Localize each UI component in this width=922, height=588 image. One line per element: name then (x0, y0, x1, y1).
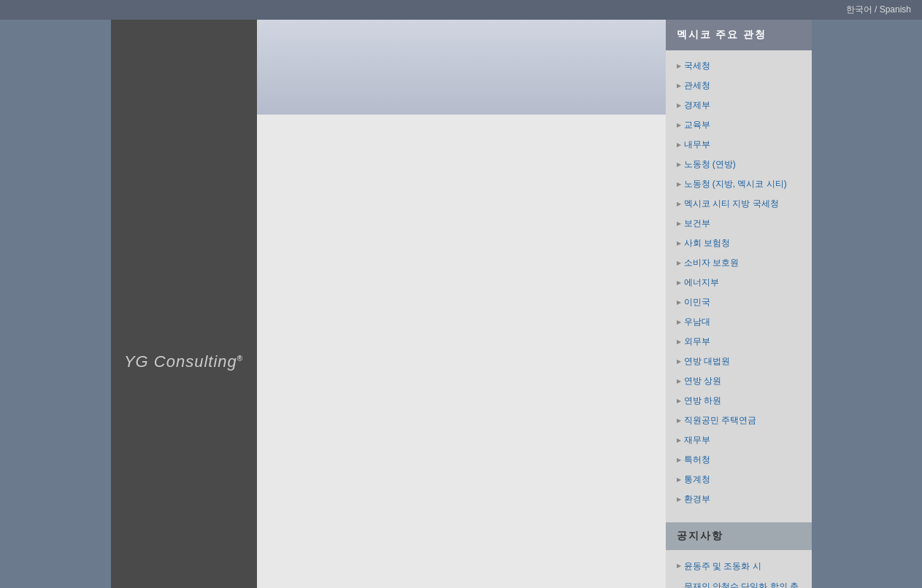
logo-area: YG Consulting® (111, 20, 257, 588)
gov-link-5[interactable]: 노동청 (연방) (666, 155, 812, 174)
logo-brand: YG (124, 352, 149, 371)
gov-link-2[interactable]: 경제부 (666, 96, 812, 115)
gov-link-11[interactable]: 에너지부 (666, 273, 812, 293)
gov-link-7[interactable]: 멕시코 시티 지방 국세청 (666, 194, 812, 214)
notice-link-1[interactable]: 문재인 안철수 단일화 합의 축하 (666, 576, 812, 588)
gov-link-10[interactable]: 소비자 보호원 (666, 253, 812, 273)
gov-link-19[interactable]: 재무부 (666, 430, 812, 450)
gov-link-8[interactable]: 보건부 (666, 214, 812, 233)
gov-link-15[interactable]: 연방 대법원 (666, 352, 812, 371)
gov-link-20[interactable]: 특허청 (666, 450, 812, 470)
logo: YG Consulting® (124, 352, 243, 371)
gov-link-16[interactable]: 연방 상원 (666, 371, 812, 391)
gov-link-21[interactable]: 통계청 (666, 470, 812, 490)
gov-link-14[interactable]: 외무부 (666, 332, 812, 352)
gov-link-13[interactable]: 우남대 (666, 312, 812, 332)
language-selector[interactable]: 한국어 / Spanish (846, 4, 911, 15)
logo-consulting: Consulting (154, 352, 237, 371)
gov-link-0[interactable]: 국세청 (666, 56, 812, 76)
gov-links-container: 국세청관세청경제부교육부내무부노동청 (연방)노동청 (지방, 멕시코 시티)멕… (666, 50, 812, 515)
notice-sidebar-title: 공지사항 (666, 522, 812, 550)
gov-link-4[interactable]: 내무부 (666, 135, 812, 155)
notice-links-container: 윤동주 및 조동화 시문재인 안철수 단일화 합의 축하안철수 문재인 단일화 … (666, 550, 812, 588)
gov-link-9[interactable]: 사회 보험청 (666, 233, 812, 253)
logo-registered: ® (237, 354, 243, 362)
banner-area: 멕시코에서 유일한 한인 법률 회계 종합 컨설팅 (257, 20, 666, 115)
right-sidebar: 멕시코 주요 관청 국세청관세청경제부교육부내무부노동청 (연방)노동청 (지방… (666, 20, 812, 588)
gov-link-17[interactable]: 연방 하원 (666, 391, 812, 411)
notice-link-0[interactable]: 윤동주 및 조동화 시 (666, 556, 812, 576)
gov-sidebar-title: 멕시코 주요 관청 (666, 20, 812, 50)
hero-image (257, 20, 666, 115)
gov-link-12[interactable]: 이민국 (666, 293, 812, 312)
angel-statue-icon (396, 27, 527, 115)
gov-link-22[interactable]: 환경부 (666, 490, 812, 509)
gov-link-6[interactable]: 노동청 (지방, 멕시코 시티) (666, 174, 812, 194)
gov-link-3[interactable]: 교육부 (666, 115, 812, 135)
gov-link-18[interactable]: 직원공민 주택연금 (666, 411, 812, 430)
gov-link-1[interactable]: 관세청 (666, 76, 812, 96)
